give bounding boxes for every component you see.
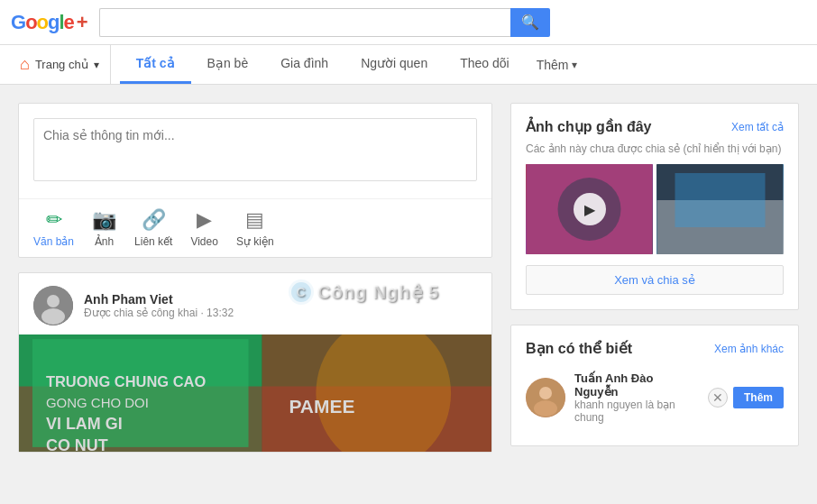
right-column: Ảnh chụp gần đây Xem tất cả Các ảnh này …	[510, 103, 799, 453]
photo-2-svg	[656, 164, 784, 254]
camera-icon: 📷	[92, 208, 116, 232]
search-button[interactable]: 🔍	[510, 8, 550, 37]
svg-point-2	[41, 308, 65, 325]
feed-user-info: Anh Pham Viet Được chia sẻ công khai · 1…	[84, 292, 234, 319]
feed-card-header: Anh Pham Viet Được chia sẻ công khai · 1…	[19, 273, 491, 334]
svg-point-22	[539, 387, 552, 399]
svg-rect-14	[19, 334, 491, 452]
feed-image: TRUONG CHUNG CAO GONG CHO DOI VI LAM GI …	[19, 334, 491, 452]
know-panel: Bạn có thể biết Xem ảnh khác Tuấn Anh Đà…	[510, 325, 799, 446]
left-column: ✏ Văn bản 📷 Ảnh 🔗 Liên kết ▶ Video	[18, 103, 492, 453]
pencil-icon: ✏	[46, 208, 62, 232]
photos-panel-title: Ảnh chụp gần đây	[526, 118, 651, 135]
tab-family[interactable]: Gia đình	[264, 45, 344, 84]
know-person-mutual: khanh nguyen là bạn chung	[574, 399, 699, 424]
search-icon: 🔍	[521, 14, 539, 31]
know-info: Tuấn Anh Đào Nguyễn khanh nguyen là bạn …	[574, 371, 699, 424]
post-actions: ✏ Văn bản 📷 Ảnh 🔗 Liên kết ▶ Video	[19, 199, 491, 257]
know-person-name: Tuấn Anh Đào Nguyễn	[574, 371, 699, 399]
know-panel-title: Bạn có thể biết	[526, 340, 632, 357]
post-action-video[interactable]: ▶ Video	[190, 208, 217, 248]
home-icon: ⌂	[20, 55, 30, 74]
photos-grid: ▶	[526, 164, 784, 254]
avatar	[33, 286, 73, 325]
view-share-button[interactable]: Xem và chia sẻ	[526, 265, 784, 295]
know-actions: ✕ Thêm	[708, 387, 784, 408]
nav-home[interactable]: ⌂ Trang chủ ▾	[9, 45, 111, 84]
feed-image-svg: TRUONG CHUNG CAO GONG CHO DOI VI LAM GI …	[19, 334, 491, 452]
post-action-text[interactable]: ✏ Văn bản	[33, 208, 74, 248]
know-panel-header: Bạn có thể biết Xem ảnh khác	[526, 340, 784, 357]
nav-home-label: Trang chủ	[35, 58, 88, 71]
svg-point-1	[47, 295, 60, 307]
tab-acquaintances[interactable]: Người quen	[344, 45, 444, 84]
photo-thumb-2[interactable]	[656, 164, 784, 254]
feed-card: Anh Pham Viet Được chia sẻ công khai · 1…	[18, 272, 492, 453]
nav-tabs: Tất cả Bạn bè Gia đình Người quen Theo d…	[120, 45, 589, 84]
link-icon: 🔗	[142, 208, 166, 232]
photos-panel-subtitle: Các ảnh này chưa được chia sẻ (chỉ hiển …	[526, 142, 784, 155]
photo-thumb-1[interactable]: ▶	[526, 164, 653, 254]
google-plus-logo: +	[77, 11, 88, 34]
search-bar: 🔍	[99, 8, 550, 37]
main-content: ✏ Văn bản 📷 Ảnh 🔗 Liên kết ▶ Video	[0, 85, 817, 471]
more-chevron-icon: ▾	[572, 59, 577, 71]
feed-user-name: Anh Pham Viet	[84, 292, 234, 307]
post-action-link[interactable]: 🔗 Liên kết	[134, 208, 172, 248]
play-button[interactable]: ▶	[574, 193, 606, 225]
tab-following[interactable]: Theo dõi	[444, 45, 525, 84]
photos-view-all-link[interactable]: Xem tất cả	[731, 121, 784, 133]
video-icon: ▶	[197, 208, 212, 232]
photos-panel: Ảnh chụp gần đây Xem tất cả Các ảnh này …	[510, 103, 799, 310]
svg-point-23	[534, 400, 557, 417]
feed-user-meta: Được chia sẻ công khai · 13:32	[84, 307, 234, 319]
search-input[interactable]	[99, 8, 510, 37]
post-box: ✏ Văn bản 📷 Ảnh 🔗 Liên kết ▶ Video	[18, 103, 492, 258]
know-add-button[interactable]: Thêm	[733, 387, 784, 408]
post-action-photo[interactable]: 📷 Ảnh	[92, 208, 116, 248]
svg-rect-20	[675, 173, 766, 227]
tab-more[interactable]: Thêm ▾	[526, 45, 589, 84]
know-avatar	[526, 378, 565, 417]
know-panel-link[interactable]: Xem ảnh khác	[714, 343, 784, 355]
nav-bar: ⌂ Trang chủ ▾ Tất cả Bạn bè Gia đình Ngư…	[0, 45, 817, 85]
post-action-event[interactable]: ▤ Sự kiện	[236, 208, 274, 248]
photos-panel-header: Ảnh chụp gần đây Xem tất cả	[526, 118, 784, 135]
logo: Google +	[11, 11, 88, 34]
post-textarea-area	[19, 104, 491, 199]
google-logo-text: Google	[11, 11, 74, 34]
tab-friends[interactable]: Bạn bè	[191, 45, 265, 84]
header: Google + 🔍	[0, 0, 817, 45]
know-person: Tuấn Anh Đào Nguyễn khanh nguyen là bạn …	[526, 364, 784, 431]
chevron-down-icon: ▾	[94, 59, 99, 71]
post-textarea[interactable]	[33, 118, 477, 181]
event-icon: ▤	[245, 208, 264, 232]
tab-all[interactable]: Tất cả	[120, 45, 191, 84]
know-dismiss-button[interactable]: ✕	[708, 388, 728, 408]
